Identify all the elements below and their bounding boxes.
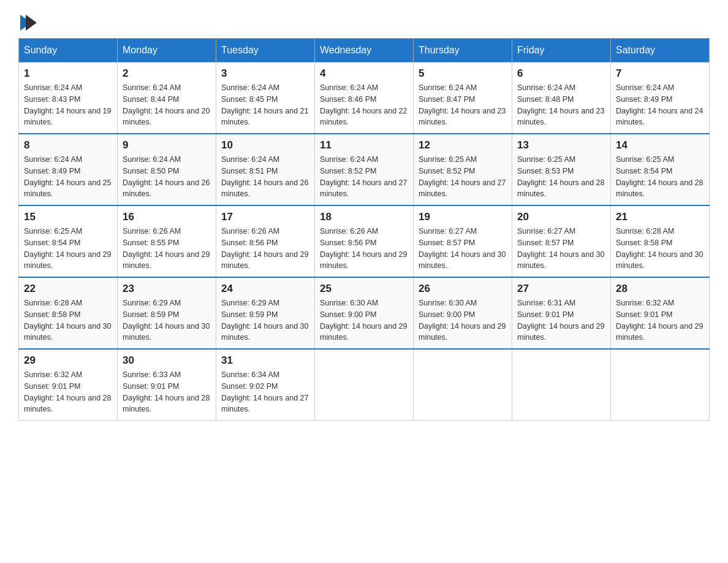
day-number: 2 (123, 67, 211, 80)
calendar-cell: 8Sunrise: 6:24 AMSunset: 8:49 PMDaylight… (19, 134, 118, 205)
day-number: 8 (24, 139, 112, 151)
day-info: Sunrise: 6:24 AMSunset: 8:44 PMDaylight:… (123, 82, 211, 128)
day-info: Sunrise: 6:30 AMSunset: 9:00 PMDaylight:… (419, 297, 507, 343)
day-number: 14 (616, 139, 704, 151)
calendar-cell: 21Sunrise: 6:28 AMSunset: 8:58 PMDayligh… (611, 205, 710, 277)
day-number: 1 (24, 67, 112, 80)
calendar-cell: 10Sunrise: 6:24 AMSunset: 8:51 PMDayligh… (216, 134, 315, 205)
day-info: Sunrise: 6:24 AMSunset: 8:50 PMDaylight:… (123, 154, 211, 200)
day-info: Sunrise: 6:24 AMSunset: 8:52 PMDaylight:… (320, 154, 408, 200)
calendar-cell: 22Sunrise: 6:28 AMSunset: 8:58 PMDayligh… (19, 277, 118, 349)
calendar-header-wednesday: Wednesday (315, 39, 414, 63)
calendar-header-saturday: Saturday (611, 39, 710, 63)
day-info: Sunrise: 6:24 AMSunset: 8:49 PMDaylight:… (616, 82, 704, 128)
calendar-cell: 25Sunrise: 6:30 AMSunset: 9:00 PMDayligh… (315, 277, 414, 349)
day-number: 13 (517, 139, 605, 151)
calendar-cell: 23Sunrise: 6:29 AMSunset: 8:59 PMDayligh… (118, 277, 216, 349)
day-info: Sunrise: 6:25 AMSunset: 8:54 PMDaylight:… (24, 226, 112, 272)
calendar-cell (315, 349, 414, 421)
calendar-week-row: 22Sunrise: 6:28 AMSunset: 8:58 PMDayligh… (19, 277, 710, 349)
day-number: 26 (419, 283, 507, 295)
day-number: 30 (123, 354, 211, 367)
day-info: Sunrise: 6:24 AMSunset: 8:46 PMDaylight:… (320, 82, 408, 128)
calendar-cell: 29Sunrise: 6:32 AMSunset: 9:01 PMDayligh… (19, 349, 118, 421)
day-number: 23 (123, 283, 211, 295)
calendar-cell (414, 349, 512, 421)
calendar-cell: 15Sunrise: 6:25 AMSunset: 8:54 PMDayligh… (19, 205, 118, 277)
day-info: Sunrise: 6:27 AMSunset: 8:57 PMDaylight:… (419, 226, 507, 272)
day-info: Sunrise: 6:25 AMSunset: 8:52 PMDaylight:… (419, 154, 507, 200)
calendar-header-thursday: Thursday (414, 39, 512, 63)
day-info: Sunrise: 6:28 AMSunset: 8:58 PMDaylight:… (616, 226, 704, 272)
calendar-week-row: 8Sunrise: 6:24 AMSunset: 8:49 PMDaylight… (19, 134, 710, 205)
calendar-cell: 27Sunrise: 6:31 AMSunset: 9:01 PMDayligh… (512, 277, 611, 349)
calendar-header-monday: Monday (118, 39, 216, 63)
day-number: 25 (320, 283, 408, 295)
day-number: 12 (419, 139, 507, 151)
day-number: 18 (320, 211, 408, 223)
day-number: 3 (221, 67, 309, 80)
day-number: 7 (616, 67, 704, 80)
day-info: Sunrise: 6:25 AMSunset: 8:54 PMDaylight:… (616, 154, 704, 200)
day-info: Sunrise: 6:24 AMSunset: 8:51 PMDaylight:… (221, 154, 309, 200)
day-info: Sunrise: 6:24 AMSunset: 8:49 PMDaylight:… (24, 154, 112, 200)
day-number: 10 (221, 139, 309, 151)
calendar-cell: 31Sunrise: 6:34 AMSunset: 9:02 PMDayligh… (216, 349, 315, 421)
calendar-cell (611, 349, 710, 421)
calendar-cell: 1Sunrise: 6:24 AMSunset: 8:43 PMDaylight… (19, 63, 118, 134)
day-number: 4 (320, 67, 408, 80)
day-number: 19 (419, 211, 507, 223)
day-info: Sunrise: 6:24 AMSunset: 8:47 PMDaylight:… (419, 82, 507, 128)
calendar-cell: 6Sunrise: 6:24 AMSunset: 8:48 PMDaylight… (512, 63, 611, 134)
calendar-week-row: 1Sunrise: 6:24 AMSunset: 8:43 PMDaylight… (19, 63, 710, 134)
day-info: Sunrise: 6:28 AMSunset: 8:58 PMDaylight:… (24, 297, 112, 343)
calendar-cell: 12Sunrise: 6:25 AMSunset: 8:52 PMDayligh… (414, 134, 512, 205)
calendar-table: SundayMondayTuesdayWednesdayThursdayFrid… (18, 38, 710, 421)
day-info: Sunrise: 6:25 AMSunset: 8:53 PMDaylight:… (517, 154, 605, 200)
logo (18, 12, 37, 26)
day-info: Sunrise: 6:29 AMSunset: 8:59 PMDaylight:… (221, 297, 309, 343)
day-number: 17 (221, 211, 309, 223)
day-number: 15 (24, 211, 112, 223)
day-info: Sunrise: 6:24 AMSunset: 8:48 PMDaylight:… (517, 82, 605, 128)
day-number: 29 (24, 354, 112, 367)
day-info: Sunrise: 6:26 AMSunset: 8:56 PMDaylight:… (221, 226, 309, 272)
day-number: 20 (517, 211, 605, 223)
calendar-cell: 20Sunrise: 6:27 AMSunset: 8:57 PMDayligh… (512, 205, 611, 277)
calendar-cell: 17Sunrise: 6:26 AMSunset: 8:56 PMDayligh… (216, 205, 315, 277)
calendar-cell: 24Sunrise: 6:29 AMSunset: 8:59 PMDayligh… (216, 277, 315, 349)
day-info: Sunrise: 6:31 AMSunset: 9:01 PMDaylight:… (517, 297, 605, 343)
calendar-cell: 26Sunrise: 6:30 AMSunset: 9:00 PMDayligh… (414, 277, 512, 349)
day-info: Sunrise: 6:26 AMSunset: 8:56 PMDaylight:… (320, 226, 408, 272)
calendar-header-tuesday: Tuesday (216, 39, 315, 63)
day-info: Sunrise: 6:33 AMSunset: 9:01 PMDaylight:… (123, 369, 211, 415)
calendar-cell: 3Sunrise: 6:24 AMSunset: 8:45 PMDaylight… (216, 63, 315, 134)
calendar-cell: 4Sunrise: 6:24 AMSunset: 8:46 PMDaylight… (315, 63, 414, 134)
calendar-header-sunday: Sunday (19, 39, 118, 63)
calendar-cell: 5Sunrise: 6:24 AMSunset: 8:47 PMDaylight… (414, 63, 512, 134)
day-info: Sunrise: 6:26 AMSunset: 8:55 PMDaylight:… (123, 226, 211, 272)
day-number: 28 (616, 283, 704, 295)
day-number: 21 (616, 211, 704, 223)
day-info: Sunrise: 6:32 AMSunset: 9:01 PMDaylight:… (616, 297, 704, 343)
calendar-cell: 18Sunrise: 6:26 AMSunset: 8:56 PMDayligh… (315, 205, 414, 277)
calendar-cell: 2Sunrise: 6:24 AMSunset: 8:44 PMDaylight… (118, 63, 216, 134)
day-number: 31 (221, 354, 309, 367)
day-number: 5 (419, 67, 507, 80)
calendar-cell: 13Sunrise: 6:25 AMSunset: 8:53 PMDayligh… (512, 134, 611, 205)
day-number: 9 (123, 139, 211, 151)
calendar-cell: 11Sunrise: 6:24 AMSunset: 8:52 PMDayligh… (315, 134, 414, 205)
calendar-cell: 16Sunrise: 6:26 AMSunset: 8:55 PMDayligh… (118, 205, 216, 277)
day-number: 16 (123, 211, 211, 223)
day-info: Sunrise: 6:34 AMSunset: 9:02 PMDaylight:… (221, 369, 309, 415)
day-number: 27 (517, 283, 605, 295)
day-info: Sunrise: 6:27 AMSunset: 8:57 PMDaylight:… (517, 226, 605, 272)
day-info: Sunrise: 6:24 AMSunset: 8:43 PMDaylight:… (24, 82, 112, 128)
day-number: 22 (24, 283, 112, 295)
day-info: Sunrise: 6:29 AMSunset: 8:59 PMDaylight:… (123, 297, 211, 343)
calendar-cell (512, 349, 611, 421)
calendar-cell: 30Sunrise: 6:33 AMSunset: 9:01 PMDayligh… (118, 349, 216, 421)
day-info: Sunrise: 6:24 AMSunset: 8:45 PMDaylight:… (221, 82, 309, 128)
calendar-week-row: 15Sunrise: 6:25 AMSunset: 8:54 PMDayligh… (19, 205, 710, 277)
day-info: Sunrise: 6:32 AMSunset: 9:01 PMDaylight:… (24, 369, 112, 415)
